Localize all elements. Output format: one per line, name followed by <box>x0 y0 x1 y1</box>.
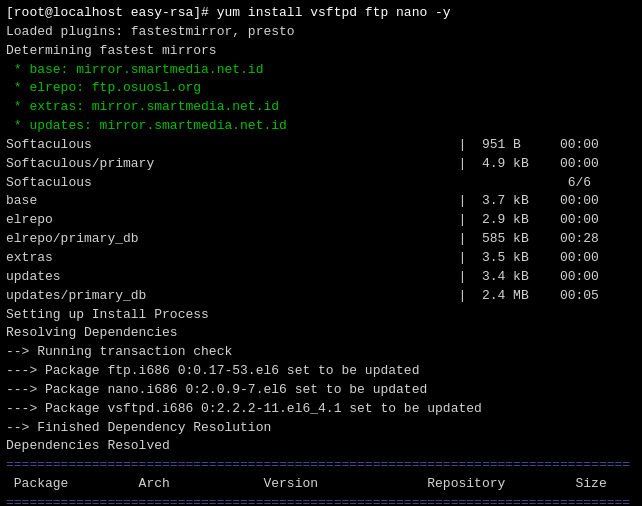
output-line-11: elrepo | 2.9 kB 00:00 <box>6 211 636 230</box>
separator-1: ========================================… <box>6 456 636 475</box>
output-line-8: Softaculous/primary | 4.9 kB 00:00 <box>6 155 636 174</box>
output-line-6: * updates: mirror.smartmedia.net.id <box>6 117 636 136</box>
output-line-18: --> Running transaction check <box>6 343 636 362</box>
command-line: [root@localhost easy-rsa]# yum install v… <box>6 4 636 23</box>
output-line-17: Resolving Dependencies <box>6 324 636 343</box>
output-line-21: ---> Package vsftpd.i686 0:2.2.2-11.el6_… <box>6 400 636 419</box>
terminal-window: [root@localhost easy-rsa]# yum install v… <box>0 0 642 506</box>
output-line-1: Loaded plugins: fastestmirror, presto <box>6 23 636 42</box>
separator-2: ========================================… <box>6 494 636 506</box>
output-line-16: Setting up Install Process <box>6 306 636 325</box>
output-line-12: elrepo/primary_db | 585 kB 00:28 <box>6 230 636 249</box>
output-line-4: * elrepo: ftp.osuosl.org <box>6 79 636 98</box>
output-line-19: ---> Package ftp.i686 0:0.17-53.el6 set … <box>6 362 636 381</box>
output-line-24: Dependencies Resolved <box>6 437 636 456</box>
output-line-5: * extras: mirror.smartmedia.net.id <box>6 98 636 117</box>
output-line-9: Softaculous 6/6 <box>6 174 636 193</box>
output-line-20: ---> Package nano.i686 0:2.0.9-7.el6 set… <box>6 381 636 400</box>
output-line-14: updates | 3.4 kB 00:00 <box>6 268 636 287</box>
column-header: Package Arch Version Repository Size <box>6 475 636 494</box>
output-line-10: base | 3.7 kB 00:00 <box>6 192 636 211</box>
output-line-3: * base: mirror.smartmedia.net.id <box>6 61 636 80</box>
output-line-15: updates/primary_db | 2.4 MB 00:05 <box>6 287 636 306</box>
output-line-7: Softaculous | 951 B 00:00 <box>6 136 636 155</box>
output-line-13: extras | 3.5 kB 00:00 <box>6 249 636 268</box>
output-line-2: Determining fastest mirrors <box>6 42 636 61</box>
output-line-22: --> Finished Dependency Resolution <box>6 419 636 438</box>
